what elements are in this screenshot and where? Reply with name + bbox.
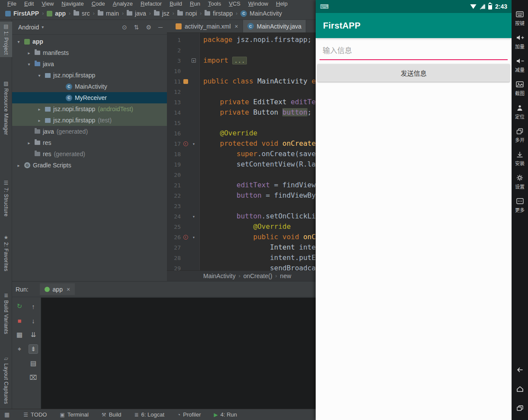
tree-expand-icon[interactable]: ▸ <box>26 141 32 145</box>
emu-tool-截图[interactable]: 截图 <box>512 80 528 96</box>
breadcrumb-mainactivity[interactable]: CMainActivity <box>240 10 282 17</box>
tree-row-app[interactable]: ▾app <box>12 36 167 47</box>
soft-wrap-button[interactable]: ⇊ <box>29 330 38 340</box>
menu-item-analyze[interactable]: Analyze <box>109 0 137 7</box>
emu-tool-按键[interactable]: 按键 <box>512 10 528 26</box>
emu-tool-加量[interactable]: 加量 <box>512 34 528 50</box>
tool-window-button-resource-manager[interactable]: ▨Resource Manager <box>0 79 12 137</box>
statusbar-item-todo[interactable]: ☰TODO <box>23 411 47 418</box>
tool-window-button-7-structure[interactable]: ☰7: Structure <box>0 178 12 219</box>
override-method-icon[interactable]: ↑ <box>183 141 188 146</box>
emu-tool-多开[interactable]: 多开 <box>512 127 528 143</box>
emu-recents-icon[interactable] <box>516 404 524 412</box>
fold-marker-icon[interactable]: + <box>190 58 197 63</box>
tool-window-button-2-favorites[interactable]: ★2: Favorites <box>0 233 12 274</box>
statusbar-item-build[interactable]: ⚒Build <box>102 411 122 418</box>
run-tab-app[interactable]: app × <box>40 283 75 295</box>
tree-expand-icon[interactable]: ▸ <box>26 51 32 55</box>
tool-window-button-1-project[interactable]: ▤1: Project <box>0 22 12 57</box>
tree-expand-icon[interactable]: ▸ <box>16 163 22 168</box>
close-tab-icon[interactable]: × <box>235 23 238 30</box>
tree-row-jsz-nopi-firstapp-test[interactable]: ▸jsz.nopi.firstapp (test) <box>12 115 167 126</box>
print-button[interactable]: ▤ <box>29 359 38 368</box>
class-marker-icon[interactable] <box>183 79 188 84</box>
emu-tool-减量[interactable]: 减量 <box>512 57 528 73</box>
send-button[interactable]: 发送信息 <box>317 64 510 82</box>
settings-gear-icon[interactable]: ⚙ <box>146 24 152 31</box>
fold-marker-icon[interactable]: ▾ <box>190 235 197 240</box>
up-stack-trace-button[interactable]: ↑ <box>29 301 38 311</box>
menu-item-help[interactable]: Help <box>272 0 291 7</box>
menu-item-file[interactable]: File <box>3 0 20 7</box>
down-stack-trace-button[interactable]: ↓ <box>29 316 38 325</box>
menu-item-view[interactable]: View <box>38 0 58 7</box>
tree-row-jsz-nopi-firstapp[interactable]: ▾jsz.nopi.firstapp <box>12 70 167 81</box>
tree-row-java[interactable]: ▾java <box>12 58 167 70</box>
emu-tool-更多[interactable]: 更多 <box>512 197 528 213</box>
clear-all-button[interactable]: ⌧ <box>29 373 38 382</box>
statusbar-item-6-logcat[interactable]: ≣6: Logcat <box>134 411 165 418</box>
breadcrumb-firstapp[interactable]: FirstAPP <box>5 10 39 17</box>
menu-item-build[interactable]: Build <box>166 0 186 7</box>
tree-row-jsz-nopi-firstapp-androidtest[interactable]: ▸jsz.nopi.firstapp (androidTest) <box>12 103 167 115</box>
tree-row-res-generated[interactable]: res (generated) <box>12 148 167 160</box>
menu-item-edit[interactable]: Edit <box>20 0 38 7</box>
breadcrumb-firstapp[interactable]: firstapp <box>205 10 233 17</box>
emu-tool-设置[interactable]: 设置 <box>512 174 528 190</box>
emu-home-icon[interactable] <box>516 385 524 393</box>
tree-expand-icon[interactable]: ▾ <box>36 73 42 78</box>
locate-file-icon[interactable]: ⊙ <box>122 24 127 31</box>
menu-item-run[interactable]: Run <box>186 0 204 7</box>
tool-window-button-build-variants[interactable]: ≣Build Variants <box>0 291 12 337</box>
statusbar-item-profiler[interactable]: ◔Profiler <box>177 411 201 418</box>
statusbar-item-terminal[interactable]: ▣Terminal <box>60 411 88 418</box>
tree-expand-icon[interactable]: ▾ <box>16 39 22 44</box>
collapse-all-icon[interactable]: ⇅ <box>134 24 139 31</box>
rerun-button[interactable]: ↻ <box>15 301 24 311</box>
statusbar-item-4-run[interactable]: ▶4: Run <box>214 411 237 418</box>
breadcrumb-nopi[interactable]: nopi <box>177 10 197 17</box>
restore-layout-button[interactable]: ▦ <box>15 330 24 340</box>
fold-plus-icon[interactable]: + <box>192 58 196 63</box>
tool-window-button-layout-captures[interactable]: ▱Layout Captures <box>0 354 12 406</box>
menu-item-tools[interactable]: Tools <box>204 0 225 7</box>
emu-tool-安装[interactable]: 安装 <box>512 151 528 167</box>
fold-marker-icon[interactable]: ▾ <box>190 141 197 146</box>
tree-row-res[interactable]: ▸res <box>12 137 167 148</box>
tree-row-manifests[interactable]: ▸manifests <box>12 47 167 58</box>
menu-item-vcs[interactable]: VCS <box>225 0 244 7</box>
view-selector[interactable]: Android <box>18 24 39 31</box>
editor-tab-activity-main-xml[interactable]: activity_main.xml× <box>171 20 243 32</box>
menu-item-navigate[interactable]: Navigate <box>58 0 87 7</box>
breadcrumb-src[interactable]: src <box>74 10 90 17</box>
tree-row-myreceiver[interactable]: CMyReceiver <box>12 92 167 103</box>
hide-panel-icon[interactable]: ─ <box>158 24 163 31</box>
editor-breadcrumb-item[interactable]: MainActivity <box>203 273 236 279</box>
close-icon[interactable]: × <box>67 286 70 293</box>
fold-marker-icon[interactable]: ▾ <box>190 214 197 219</box>
pin-tab-button[interactable]: ⌖ <box>15 344 24 354</box>
breadcrumb-app[interactable]: app <box>47 10 66 17</box>
tree-expand-icon[interactable]: ▾ <box>26 62 32 67</box>
breadcrumb-java[interactable]: java <box>127 10 146 17</box>
tree-row-gradle-scripts[interactable]: ▸GGradle Scripts <box>12 160 167 171</box>
breadcrumb-main[interactable]: main <box>98 10 119 17</box>
tree-expand-icon[interactable]: ▸ <box>36 118 42 123</box>
tree-row-mainactivity[interactable]: CMainActivity <box>12 81 167 92</box>
editor-breadcrumb-item[interactable]: onCreate() <box>243 273 272 279</box>
tool-window-switcher-icon[interactable]: ▦ <box>4 411 10 418</box>
message-input[interactable]: 输入信息 <box>320 38 508 60</box>
editor-tab-mainactivity-java[interactable]: CMainActivity.java <box>243 20 306 32</box>
override-method-icon[interactable]: ↑ <box>183 235 188 240</box>
menu-item-refactor[interactable]: Refactor <box>137 0 166 7</box>
tree-expand-icon[interactable]: ▸ <box>36 107 42 112</box>
stop-button[interactable]: ■ <box>15 316 24 325</box>
breadcrumb-jsz[interactable]: jsz <box>154 10 170 17</box>
emu-back-icon[interactable] <box>516 365 524 374</box>
scroll-to-end-button[interactable]: ⇟ <box>29 344 38 354</box>
emu-tool-定位[interactable]: 定位 <box>512 104 528 120</box>
tree-row-java-generated[interactable]: java (generated) <box>12 126 167 137</box>
menu-item-code[interactable]: Code <box>88 0 109 7</box>
menu-item-window[interactable]: Window <box>244 0 272 7</box>
editor-breadcrumb-item[interactable]: new <box>280 273 291 279</box>
